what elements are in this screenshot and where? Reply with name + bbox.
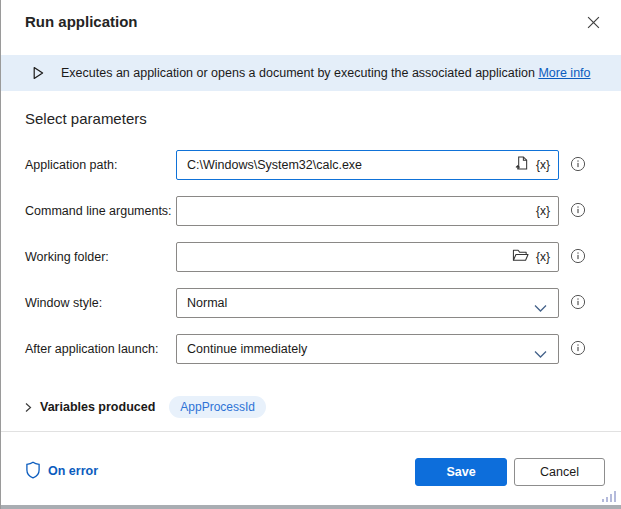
info-icon: [570, 294, 586, 313]
field-row-application-path: Application path: {x}: [1, 150, 621, 180]
application-path-label: Application path:: [25, 150, 117, 180]
info-icon: [570, 340, 586, 359]
command-line-arguments-input[interactable]: [177, 197, 558, 225]
on-error-button[interactable]: On error: [25, 460, 98, 482]
working-folder-field: {x}: [176, 242, 559, 272]
close-icon: [587, 16, 600, 32]
run-application-dialog: Run application Executes an application …: [0, 0, 621, 509]
variables-produced-label[interactable]: Variables produced: [40, 400, 155, 414]
after-application-launch-value: Continue immediately: [187, 335, 307, 363]
variable-pill[interactable]: AppProcessId: [169, 396, 266, 418]
field-row-after-application-launch: After application launch: Continue immed…: [1, 334, 621, 364]
on-error-label: On error: [48, 464, 98, 478]
folder-picker-icon[interactable]: [512, 248, 529, 266]
info-icon: [570, 156, 586, 175]
working-folder-input[interactable]: [177, 243, 558, 271]
after-application-launch-label: After application launch:: [25, 334, 158, 364]
window-bottom-edge: [1, 505, 621, 509]
section-title: Select parameters: [25, 110, 147, 127]
cancel-button[interactable]: Cancel: [514, 458, 605, 486]
after-application-launch-info-button[interactable]: [570, 341, 586, 357]
banner-text: Executes an application or opens a docum…: [61, 66, 591, 80]
footer-divider: [1, 431, 621, 432]
working-folder-label: Working folder:: [25, 242, 109, 272]
action-description-banner: Executes an application or opens a docum…: [1, 55, 621, 91]
after-application-launch-dropdown[interactable]: Continue immediately: [176, 334, 559, 364]
chevron-right-icon[interactable]: [23, 402, 33, 413]
variable-selector-icon[interactable]: {x}: [536, 158, 550, 172]
window-style-dropdown[interactable]: Normal: [176, 288, 559, 318]
application-path-info-button[interactable]: [570, 157, 586, 173]
file-picker-icon[interactable]: [514, 155, 529, 175]
window-style-info-button[interactable]: [570, 295, 586, 311]
application-path-input[interactable]: [177, 151, 558, 179]
info-icon: [570, 202, 586, 221]
variables-produced-section: Variables produced AppProcessId: [23, 395, 266, 419]
field-row-window-style: Window style: Normal: [1, 288, 621, 318]
dialog-title: Run application: [25, 13, 138, 30]
application-path-field: {x}: [176, 150, 559, 180]
chevron-down-icon: [534, 345, 547, 363]
field-row-command-line-arguments: Command line arguments: {x}: [1, 196, 621, 226]
window-style-label: Window style:: [25, 288, 102, 318]
play-icon: [31, 66, 45, 80]
close-button[interactable]: [581, 12, 605, 36]
field-row-working-folder: Working folder: {x}: [1, 242, 621, 272]
command-line-arguments-info-button[interactable]: [570, 203, 586, 219]
window-style-value: Normal: [187, 289, 227, 317]
variable-selector-icon[interactable]: {x}: [536, 250, 550, 264]
more-info-link[interactable]: More info: [538, 66, 590, 80]
chevron-down-icon: [534, 299, 547, 317]
working-folder-info-button[interactable]: [570, 249, 586, 265]
info-icon: [570, 248, 586, 267]
command-line-arguments-field: {x}: [176, 196, 559, 226]
resize-grip[interactable]: [602, 491, 616, 502]
save-button[interactable]: Save: [415, 458, 507, 486]
shield-icon: [25, 461, 41, 482]
command-line-arguments-label: Command line arguments:: [25, 196, 172, 226]
variable-selector-icon[interactable]: {x}: [536, 204, 550, 218]
